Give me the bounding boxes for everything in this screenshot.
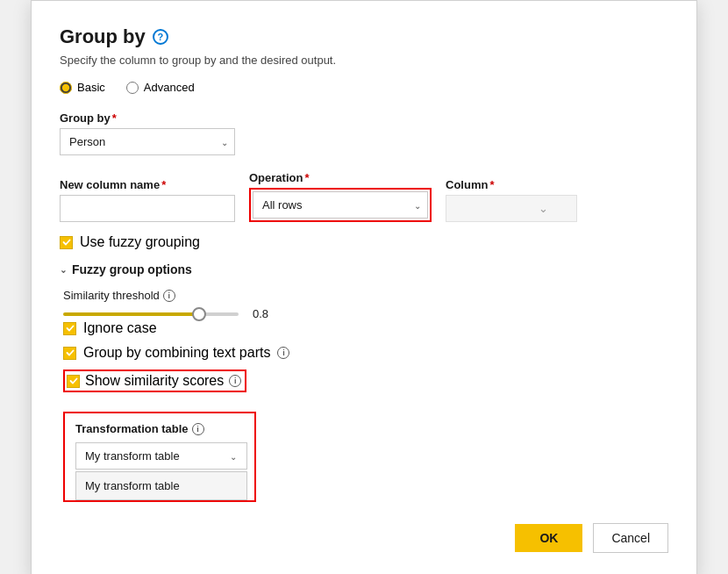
operation-select-wrapper: All rows Sum Count Average Min Max ⌄ [253, 191, 428, 219]
fuzzy-options-section: Similarity threshold i 0.8 Ignore case [60, 289, 668, 502]
fuzzy-options-chevron-icon: ⌄ [60, 265, 67, 275]
dialog-subtitle: Specify the column to group by and the d… [60, 54, 668, 67]
operation-highlight-box: All rows Sum Count Average Min Max ⌄ [249, 188, 432, 222]
group-combining-row: Group by combining text parts i [63, 345, 668, 361]
transformation-select[interactable]: My transform table [75, 442, 247, 470]
show-similarity-row: Show similarity scores i [63, 370, 668, 392]
group-combining-checkmark-icon [66, 348, 75, 357]
slider-row: 0.8 [63, 307, 668, 320]
group-combining-info-icon[interactable]: i [277, 347, 289, 359]
similarity-value: 0.8 [253, 307, 268, 320]
transformation-select-wrapper: My transform table ⌄ [75, 442, 244, 470]
basic-radio-text: Basic [77, 81, 105, 94]
similarity-threshold-label: Similarity threshold i [63, 289, 668, 302]
similarity-info-icon[interactable]: i [163, 290, 175, 302]
group-by-field-section: Group by* Person Department Region ⌄ [60, 111, 668, 155]
similarity-threshold-container: Similarity threshold i 0.8 [63, 289, 668, 320]
ignore-case-checkbox[interactable] [63, 322, 76, 335]
cancel-button[interactable]: Cancel [593, 523, 668, 553]
column-label: Column* [446, 178, 577, 191]
basic-radio[interactable] [60, 82, 72, 94]
operation-select[interactable]: All rows Sum Count Average Min Max [253, 191, 428, 219]
fuzzy-options-header[interactable]: ⌄ Fuzzy group options [60, 262, 668, 276]
ignore-case-label: Ignore case [83, 320, 157, 336]
group-by-select-wrapper: Person Department Region ⌄ [60, 128, 235, 155]
checkmark-icon [62, 238, 71, 247]
group-by-label: Group by* [60, 111, 668, 125]
ok-button[interactable]: OK [515, 524, 582, 552]
new-column-field: New column name* Frequency [60, 178, 235, 222]
similarity-slider[interactable] [63, 312, 239, 316]
group-by-dialog: Group by ? Specify the column to group b… [31, 0, 697, 574]
advanced-radio-text: Advanced [144, 81, 195, 94]
show-similarity-checkbox[interactable] [67, 375, 80, 388]
show-similarity-highlight-box: Show similarity scores i [63, 370, 246, 392]
column-chevron-icon: ⌄ [539, 202, 548, 215]
group-combining-checkbox[interactable] [63, 347, 76, 360]
operation-field: Operation* All rows Sum Count Average Mi… [249, 171, 432, 222]
column-select-disabled: ⌄ [446, 195, 577, 222]
dialog-title: Group by [60, 25, 146, 48]
transformation-info-icon[interactable]: i [192, 423, 204, 435]
group-combining-label: Group by combining text parts [83, 345, 270, 361]
fuzzy-grouping-row: Use fuzzy grouping [60, 234, 668, 250]
advanced-radio-label[interactable]: Advanced [126, 81, 195, 94]
fuzzy-grouping-label: Use fuzzy grouping [80, 234, 200, 250]
show-similarity-info-icon[interactable]: i [229, 375, 241, 387]
show-similarity-checkmark-icon [69, 377, 78, 385]
show-similarity-label: Show similarity scores [85, 373, 224, 389]
new-column-label: New column name* [60, 178, 235, 191]
group-by-select[interactable]: Person Department Region [60, 128, 235, 155]
operation-label: Operation* [249, 171, 432, 184]
help-icon[interactable]: ? [153, 29, 168, 45]
fuzzy-grouping-checkbox[interactable] [60, 236, 73, 249]
transformation-dropdown-item[interactable]: My transform table [75, 471, 247, 500]
new-column-input[interactable]: Frequency [60, 195, 235, 222]
ignore-case-checkmark-icon [66, 324, 75, 333]
mode-radio-group: Basic Advanced [60, 81, 668, 94]
ignore-case-row: Ignore case [63, 320, 668, 336]
columns-row: New column name* Frequency Operation* Al… [60, 171, 668, 222]
advanced-radio[interactable] [126, 82, 139, 94]
column-field: Column* ⌄ [446, 178, 577, 222]
transformation-table-label: Transformation table i [75, 422, 244, 435]
footer-row: OK Cancel [60, 523, 668, 553]
basic-radio-label[interactable]: Basic [60, 81, 105, 94]
dialog-title-row: Group by ? [60, 25, 668, 48]
transformation-table-section: Transformation table i My transform tabl… [63, 412, 256, 502]
